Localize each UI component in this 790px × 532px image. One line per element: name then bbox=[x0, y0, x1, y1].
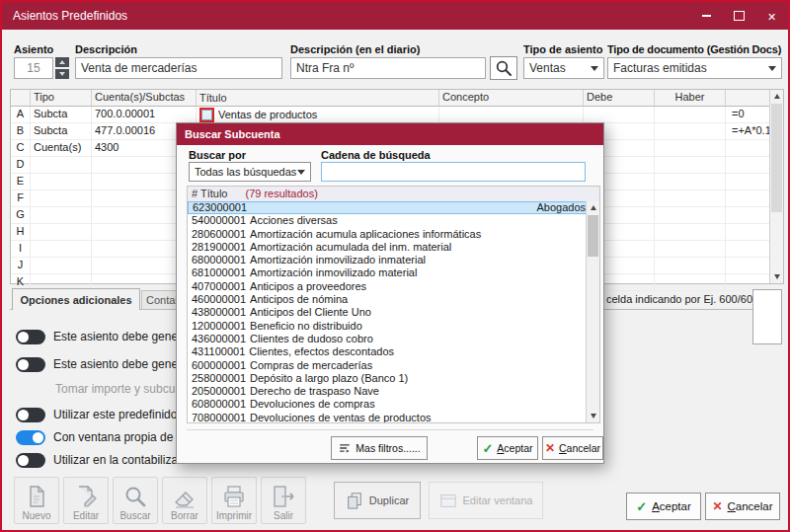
toggle-label: Tomar importe y subcue bbox=[55, 382, 182, 396]
subaccount-item[interactable]: 608000001Devoluciones de compras bbox=[188, 398, 587, 411]
cell-formula bbox=[726, 190, 770, 206]
cell-tipo bbox=[31, 241, 92, 257]
subaccount-name: Clientes de dudoso cobro bbox=[250, 333, 373, 345]
scroll-down-button[interactable] bbox=[770, 270, 783, 283]
cadena-busqueda-input[interactable] bbox=[321, 162, 586, 182]
search-button[interactable] bbox=[490, 56, 517, 80]
subaccount-code: 431100001 bbox=[192, 345, 245, 358]
toolbar-button-editar[interactable]: Editar bbox=[63, 477, 109, 524]
list-header: # Título (79 resultados) bbox=[188, 187, 599, 202]
tab-opciones-adicionales[interactable]: Opciones adicionales bbox=[12, 288, 140, 310]
dialog-aceptar-button[interactable]: Aceptar bbox=[477, 436, 538, 460]
toggle-switch[interactable] bbox=[16, 453, 45, 468]
close-button[interactable] bbox=[755, 2, 788, 30]
scrollbar-thumb[interactable] bbox=[588, 215, 598, 257]
subaccount-item[interactable]: 280600001Amortización acumula aplicacion… bbox=[188, 228, 587, 241]
scroll-up-button[interactable] bbox=[770, 90, 783, 103]
cell-tipo bbox=[31, 207, 92, 223]
toggle-knob bbox=[33, 432, 43, 443]
cell-tipo bbox=[31, 224, 92, 240]
descripcion-input[interactable]: Venta de mercaderías bbox=[75, 57, 282, 79]
scroll-up-button[interactable] bbox=[587, 201, 599, 214]
toolbar-button-borrar[interactable]: Borrar bbox=[162, 477, 207, 524]
subaccount-code: 608000001 bbox=[192, 398, 246, 411]
up-arrow-icon bbox=[591, 205, 596, 210]
row-letter: I bbox=[11, 241, 31, 257]
subaccount-code: 540000001 bbox=[192, 214, 246, 227]
down-arrow-icon bbox=[774, 274, 780, 279]
toolbar-button-imprimir[interactable]: Imprimir bbox=[211, 477, 257, 524]
buscar-por-select[interactable]: Todas las búsquedas bbox=[189, 162, 311, 182]
table-row[interactable]: ASubcta700.0.00001Ventas de productos=0 bbox=[11, 107, 770, 123]
minimize-button[interactable] bbox=[690, 2, 723, 30]
cell-haber bbox=[655, 140, 726, 156]
subaccount-item[interactable]: 438000001Anticipos del Cliente Uno bbox=[188, 306, 587, 319]
descripcion-diario-input[interactable]: Ntra Fra nº bbox=[290, 57, 486, 79]
subaccount-item[interactable]: 681000001Amortización inmovilizado mater… bbox=[188, 266, 587, 279]
duplicar-button[interactable]: Duplicar bbox=[334, 482, 421, 519]
subaccount-name: Amortización acumula aplicaciones inform… bbox=[250, 228, 481, 241]
editar-ventana-button[interactable]: Editar ventana bbox=[429, 482, 543, 519]
descripcion-diario-label: Descripción (en el diario) bbox=[290, 43, 420, 55]
tipo-asiento-value: Ventas bbox=[529, 61, 566, 75]
dialog-cancelar-button[interactable]: Cancelar bbox=[542, 436, 603, 460]
header-blank bbox=[11, 90, 31, 106]
toolbar-button-nuevo[interactable]: Nuevo bbox=[14, 477, 59, 524]
grid-scrollbar[interactable] bbox=[769, 90, 783, 283]
subaccount-name: Anticipos a proveedores bbox=[250, 280, 366, 293]
toggle-switch[interactable] bbox=[16, 330, 45, 344]
tipo-asiento-select[interactable]: Ventas bbox=[523, 57, 604, 79]
cell-haber bbox=[655, 274, 726, 290]
toolbar-button-buscar[interactable]: Buscar bbox=[113, 477, 158, 524]
cross-icon bbox=[712, 499, 722, 513]
subaccount-item[interactable]: 431100001Clientes, efectos descontados bbox=[188, 345, 587, 358]
dialog-aceptar-label: Aceptar bbox=[497, 442, 532, 454]
subaccount-item[interactable]: 281900001Amortización acumulada del inm.… bbox=[188, 241, 587, 254]
subaccount-name: Amortización inmovilizado inmaterial bbox=[250, 254, 426, 266]
cell-formula: =0 bbox=[726, 107, 770, 122]
mas-filtros-button[interactable]: Mas filtros...... bbox=[331, 436, 428, 460]
asiento-label: Asiento bbox=[14, 43, 53, 55]
subaccount-name: Anticipos del Cliente Uno bbox=[250, 306, 371, 319]
buscar-por-value: Todas las búsquedas bbox=[195, 166, 296, 178]
subaccount-code: 436000001 bbox=[192, 333, 246, 345]
tipo-documento-select[interactable]: Facturas emitidas bbox=[607, 57, 782, 79]
cancelar-button[interactable]: Cancelar bbox=[705, 493, 780, 520]
maximize-button[interactable] bbox=[723, 2, 755, 30]
search-icon bbox=[122, 484, 148, 509]
subaccount-list: 623000001Abogados540000001Acciones diver… bbox=[188, 201, 587, 422]
list-scrollbar[interactable] bbox=[586, 201, 599, 422]
spinner-down-button[interactable] bbox=[55, 69, 69, 79]
toggle-switch[interactable] bbox=[16, 357, 45, 372]
close-icon bbox=[767, 7, 776, 25]
subaccount-name: Devoluciones de ventas de productos bbox=[250, 412, 431, 422]
subaccount-item[interactable]: 708000001Devoluciones de ventas de produ… bbox=[188, 412, 587, 422]
subaccount-item[interactable]: 407000001Anticipos a proveedores bbox=[188, 280, 587, 293]
cell-tipo: Subcta bbox=[31, 123, 92, 139]
chevron-down-icon bbox=[591, 66, 598, 71]
asiento-field[interactable]: 15 bbox=[14, 57, 53, 79]
editar-ventana-label: Editar ventana bbox=[463, 494, 533, 506]
toggle-label: Utilizar en la contabilizació bbox=[53, 453, 193, 467]
toolbar-button-salir[interactable]: Salir bbox=[261, 477, 306, 524]
scroll-down-button[interactable] bbox=[587, 410, 599, 422]
spinner-up-button[interactable] bbox=[55, 57, 69, 67]
subaccount-item[interactable]: 540000001Acciones diversas bbox=[188, 214, 587, 227]
subaccount-item[interactable]: 205000001Derecho de traspaso Nave bbox=[188, 385, 587, 398]
toggle-switch[interactable] bbox=[16, 430, 45, 445]
subcuenta-checkbox[interactable] bbox=[201, 110, 212, 120]
aceptar-button[interactable]: Aceptar bbox=[626, 493, 701, 520]
subaccount-item[interactable]: 258000001Depósito a largo plazo (Banco 1… bbox=[188, 372, 587, 385]
subaccount-item[interactable]: 460000001Anticipos de nómina bbox=[188, 293, 587, 306]
toggle-switch[interactable] bbox=[16, 408, 45, 422]
buscar-subcuenta-dialog: Buscar Subcuenta Buscar por Todas las bú… bbox=[176, 122, 604, 464]
subaccount-item[interactable]: 680000001Amortización inmovilizado inmat… bbox=[188, 254, 587, 266]
scrollbar-thumb[interactable] bbox=[771, 104, 782, 212]
filter-icon bbox=[338, 441, 352, 455]
subaccount-item[interactable]: 600000001Compras de mercaderías bbox=[188, 359, 587, 372]
grid-header: Tipo Cuenta(s)/Subctas Título Concepto D… bbox=[11, 90, 770, 107]
subaccount-item[interactable]: 120000001Beneficio no distribuido bbox=[188, 320, 587, 333]
subaccount-item[interactable]: 623000001Abogados bbox=[188, 201, 587, 214]
subaccount-code: 681000001 bbox=[192, 266, 246, 279]
subaccount-item[interactable]: 436000001Clientes de dudoso cobro bbox=[188, 333, 587, 345]
